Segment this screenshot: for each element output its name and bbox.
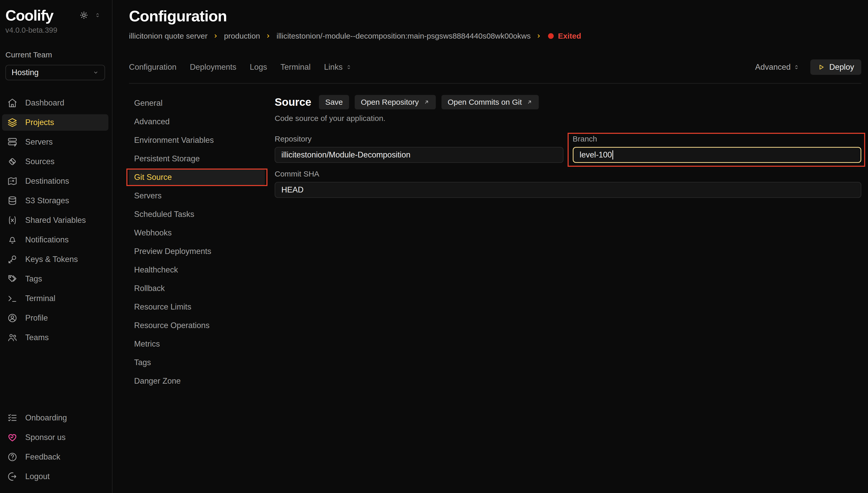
sidebar-item-s3-storages[interactable]: S3 Storages [2,192,108,209]
chevron-right-icon [265,33,271,39]
tab-terminal[interactable]: Terminal [280,63,311,72]
logout-icon [7,471,18,482]
repository-label: Repository [275,134,564,143]
sidebar-item-label: Projects [25,118,54,127]
advanced-label: Advanced [755,63,791,72]
sidebar-item-label: S3 Storages [25,196,69,205]
branch-input[interactable]: level-100 [573,147,862,163]
tags-icon [7,274,18,284]
tab-deployments[interactable]: Deployments [190,63,236,72]
team-select[interactable]: Hosting [5,65,105,80]
sidebar-nav: Dashboard Projects Servers Sources Desti… [2,95,108,349]
sun-icon[interactable] [80,11,88,20]
sidebar-item-tags[interactable]: Tags [2,271,108,287]
tabs: Configuration Deployments Logs Terminal … [129,63,352,72]
deploy-label: Deploy [829,63,854,72]
sidebar-item-sources[interactable]: Sources [2,153,108,170]
sidebar-item-label: Dashboard [25,98,64,108]
open-repository-button[interactable]: Open Repository [355,95,436,109]
sidebar-item-sponsor-us[interactable]: Sponsor us [2,429,108,446]
team-select-value: Hosting [12,68,39,77]
sidebar-item-dashboard[interactable]: Dashboard [2,95,108,111]
sidebar-spacer [5,349,108,395]
subnav-item-git-source[interactable]: Git Source [129,169,265,186]
git-diamond-icon [7,156,18,167]
subnav-item-rollback[interactable]: Rollback [129,280,265,297]
sidebar-item-teams[interactable]: Teams [2,329,108,346]
subnav-item-resource-operations[interactable]: Resource Operations [129,317,265,334]
key-icon [7,254,18,264]
subnav-item-persistent-storage[interactable]: Persistent Storage [129,151,265,167]
breadcrumb-application[interactable]: illicitestonion/-module--decomposition:m… [276,31,531,40]
help-circle-icon [7,452,18,462]
source-header-row: Source Save Open Repository Open Commits… [275,95,861,109]
variable-icon [7,215,18,226]
map-icon [7,176,18,186]
sidebar-item-projects[interactable]: Projects [2,114,108,131]
chevrons-up-down-icon [793,64,800,70]
sidebar-item-onboarding[interactable]: Onboarding [2,410,108,426]
sidebar-item-label: Notifications [25,235,69,244]
subnav-item-scheduled-tasks[interactable]: Scheduled Tasks [129,206,265,222]
sidebar-item-keys-tokens[interactable]: Keys & Tokens [2,251,108,267]
open-commits-label: Open Commits on Git [448,98,522,107]
sidebar-item-label: Sponsor us [25,433,66,442]
commit-sha-label: Commit SHA [275,170,861,178]
open-commits-button[interactable]: Open Commits on Git [442,95,539,109]
breadcrumb-environment[interactable]: production [224,31,260,40]
deploy-button[interactable]: Deploy [810,60,862,75]
tab-links[interactable]: Links [324,63,352,72]
theme-controls [80,11,101,20]
external-link-icon [526,99,533,105]
branch-value: level-100 [580,150,612,159]
tab-logs[interactable]: Logs [250,63,267,72]
commit-sha-input[interactable]: HEAD [275,182,861,198]
layers-icon [7,117,18,128]
subnav-item-servers[interactable]: Servers [129,188,265,204]
sidebar-item-notifications[interactable]: Notifications [2,232,108,248]
status-dot-icon [548,33,554,39]
subnav-item-resource-limits[interactable]: Resource Limits [129,299,265,315]
subnav-item-danger-zone[interactable]: Danger Zone [129,373,265,389]
subnav-item-environment-variables[interactable]: Environment Variables [129,132,265,148]
tab-configuration[interactable]: Configuration [129,63,176,72]
open-repository-label: Open Repository [361,98,419,107]
subnav-item-metrics[interactable]: Metrics [129,336,265,352]
current-team-label: Current Team [5,50,108,59]
chevron-right-icon [213,33,219,39]
home-icon [7,98,18,108]
subnav-item-general[interactable]: General [129,95,265,111]
chevrons-up-down-icon[interactable] [94,12,101,18]
main-content: Configuration illicitonion quote server … [113,0,868,391]
sidebar-item-label: Logout [25,472,50,481]
sidebar-item-feedback[interactable]: Feedback [2,449,108,465]
app-logo: Coolify [5,7,53,24]
settings-subnav: General Advanced Environment Variables P… [129,95,265,391]
sidebar-item-label: Shared Variables [25,216,86,225]
app-version: v4.0.0-beta.399 [5,26,108,35]
commit-sha-value: HEAD [281,185,303,194]
subnav-item-healthcheck[interactable]: Healthcheck [129,262,265,278]
sidebar-item-shared-variables[interactable]: Shared Variables [2,212,108,229]
chevron-down-icon [93,69,99,76]
tabs-row: Configuration Deployments Logs Terminal … [129,60,861,84]
sidebar-item-profile[interactable]: Profile [2,310,108,326]
subnav-item-advanced[interactable]: Advanced [129,113,265,130]
repository-input[interactable]: illicitestonion/Module-Decomposition [275,147,564,163]
subnav-item-preview-deployments[interactable]: Preview Deployments [129,243,265,260]
terminal-icon [7,293,18,304]
sidebar-item-terminal[interactable]: Terminal [2,290,108,307]
server-icon [7,137,18,147]
branch-field-group: Branch level-100 [573,134,862,163]
sidebar-item-label: Servers [25,137,53,147]
advanced-dropdown[interactable]: Advanced [755,63,800,72]
sidebar-item-servers[interactable]: Servers [2,134,108,150]
subnav-item-webhooks[interactable]: Webhooks [129,224,265,241]
breadcrumb-project[interactable]: illicitonion quote server [129,31,208,40]
external-link-icon [423,99,430,105]
subnav-item-tags[interactable]: Tags [129,354,265,371]
breadcrumb: illicitonion quote server production ill… [129,31,861,40]
save-button[interactable]: Save [319,95,349,109]
sidebar-item-destinations[interactable]: Destinations [2,173,108,189]
sidebar-item-logout[interactable]: Logout [2,468,108,485]
